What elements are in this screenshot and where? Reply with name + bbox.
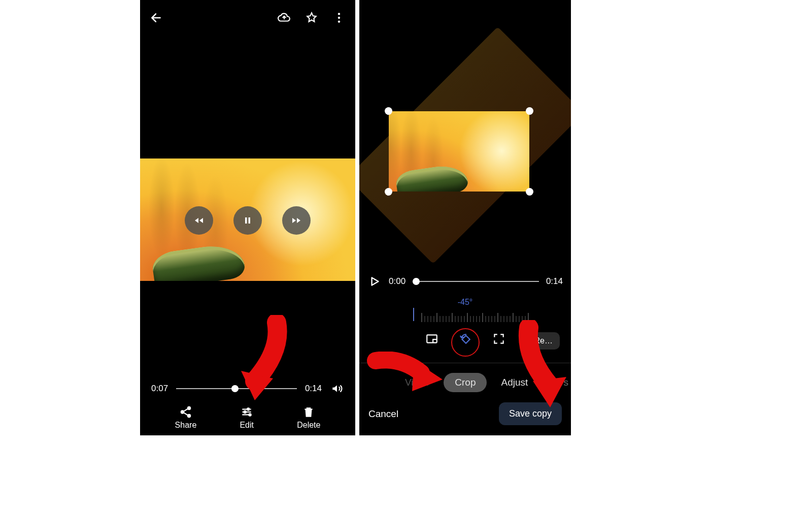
crop-handle-bl[interactable] [385,188,392,196]
crop-handle-tr[interactable] [526,107,533,115]
angle-pointer [413,308,414,321]
cancel-button[interactable]: Cancel [368,408,398,420]
edit-button[interactable]: Edit [240,405,254,430]
crop-preview[interactable] [389,111,529,192]
viewer-bottombar: Share Edit Delete [140,403,355,435]
tab-crop[interactable]: Crop [444,373,487,392]
rotation-angle: -45° [359,298,571,307]
back-icon[interactable] [149,11,163,25]
svg-rect-4 [249,217,251,224]
progress-row: 0:07 0:14 [151,382,344,396]
total-time: 0:14 [305,384,322,394]
angle-ruler[interactable] [421,310,528,322]
seek-bar[interactable] [176,388,297,389]
reset-label: Re… [534,336,553,345]
rewind-button[interactable] [185,206,213,235]
share-label: Share [175,421,197,430]
edit-label: Edit [240,421,254,430]
editor-screen: 0:00 0:14 -45° Re… Video Crop Adjust [359,0,571,435]
tab-adjust[interactable]: Adjust [501,377,528,388]
editor-footer: Cancel Save copy [359,402,571,425]
editor-current-time: 0:00 [389,276,405,287]
tab-filters[interactable]: Filters [542,377,568,388]
svg-point-10 [249,414,251,416]
cloud-upload-icon[interactable] [277,11,291,25]
editor-seek-bar[interactable] [413,281,539,282]
editor-total-time: 0:14 [546,276,563,287]
crop-handle-br[interactable] [526,188,533,196]
star-icon[interactable] [304,11,319,25]
screenshot-divider [355,0,359,435]
volume-icon[interactable] [330,382,344,396]
reset-button[interactable]: Re… [527,332,560,350]
pause-button[interactable] [233,206,262,235]
play-icon[interactable] [367,274,382,289]
tab-video[interactable]: Video [405,377,429,388]
save-copy-button[interactable]: Save copy [499,402,562,425]
svg-point-9 [244,411,246,413]
playback-controls [185,206,311,235]
share-button[interactable]: Share [175,405,197,430]
editor-progress-row: 0:00 0:14 [367,274,563,289]
viewer-topbar [140,5,355,30]
editor-tabs: Video Crop Adjust Filters [359,373,571,392]
svg-point-2 [338,20,340,22]
svg-point-1 [338,17,340,19]
annotation-circle [451,328,480,357]
svg-point-8 [247,408,249,410]
forward-button[interactable] [282,206,311,235]
svg-rect-3 [245,217,247,224]
aspect-ratio-icon[interactable] [424,331,439,346]
current-time: 0:07 [151,384,168,394]
more-icon[interactable] [332,11,346,25]
viewer-screen: 0:07 0:14 Share Edit Delete [140,0,355,435]
crop-canvas[interactable] [359,0,571,264]
expand-icon[interactable] [491,331,506,346]
delete-label: Delete [297,421,320,430]
svg-point-0 [338,13,340,15]
crop-handle-tl[interactable] [385,107,392,115]
delete-button[interactable]: Delete [297,405,320,430]
